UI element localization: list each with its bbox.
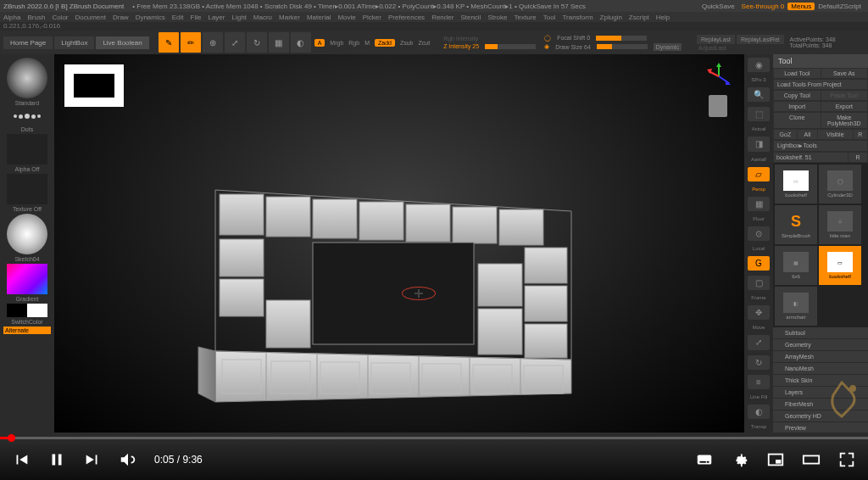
- rgb-button[interactable]: Rgb: [348, 40, 359, 46]
- tool-panel-header[interactable]: Tool: [773, 54, 868, 68]
- gizmo-icon[interactable]: ▦: [269, 32, 289, 53]
- zintensity-label[interactable]: Z Intensity 25: [443, 43, 479, 49]
- swatch-row[interactable]: [7, 304, 47, 317]
- draw-icon[interactable]: ✏: [181, 32, 201, 53]
- local-button[interactable]: ⊙: [748, 226, 770, 241]
- tool-bookshelf2[interactable]: ▭bookshelf: [819, 246, 861, 285]
- pan-button[interactable]: ✥: [748, 305, 770, 320]
- captions-button[interactable]: [695, 450, 714, 469]
- zscript-label[interactable]: DefaultZScript: [818, 3, 861, 10]
- brush-preview[interactable]: [7, 58, 47, 98]
- zintensity-slider[interactable]: [485, 44, 536, 49]
- seethrough-slider[interactable]: See-through 0: [742, 3, 785, 10]
- saveas-button[interactable]: Save As: [821, 69, 868, 78]
- loadproject-button[interactable]: Load Tools From Project: [774, 80, 867, 89]
- theater-button[interactable]: [802, 450, 821, 469]
- menu-file[interactable]: File: [191, 14, 202, 21]
- tab-liveboolean[interactable]: Live Boolean: [96, 36, 148, 49]
- tool-thumbnail[interactable]: [64, 64, 124, 107]
- menu-help[interactable]: Help: [656, 14, 670, 21]
- aahalf-button[interactable]: ◨: [748, 137, 770, 151]
- menu-zscript[interactable]: Zscript: [629, 14, 649, 21]
- menu-macro[interactable]: Macro: [253, 14, 272, 21]
- tool-name[interactable]: bookshelf. 51: [774, 153, 848, 162]
- menu-movie[interactable]: Movie: [337, 14, 355, 21]
- actual-button[interactable]: ⬚: [748, 107, 770, 121]
- menu-zplugin[interactable]: Zplugin: [600, 14, 622, 21]
- persp-button[interactable]: ▱: [748, 167, 770, 181]
- tool-r[interactable]: R: [849, 153, 867, 162]
- fullscreen-button[interactable]: [837, 450, 856, 469]
- tab-lightbox[interactable]: LightBox: [54, 36, 94, 49]
- linefill-button[interactable]: ≡: [748, 375, 770, 389]
- prev-button[interactable]: [12, 450, 31, 469]
- pastetool-button[interactable]: Paste Tool: [821, 91, 868, 100]
- menu-render[interactable]: Render: [431, 14, 453, 21]
- switch-label[interactable]: SwitchColor: [11, 319, 42, 325]
- frame-button[interactable]: ▢: [748, 276, 770, 290]
- tool-cylinder[interactable]: ◯Cylinder3D: [819, 165, 861, 204]
- tool-6x6[interactable]: ▦6x6: [775, 246, 817, 285]
- replayrel-button[interactable]: ReplayLastRel: [737, 35, 784, 44]
- makepoly-button[interactable]: Make PolyMesh3D: [821, 113, 868, 128]
- rotate3d-button[interactable]: ↻: [748, 355, 770, 370]
- texture-slot[interactable]: [7, 174, 47, 204]
- next-button[interactable]: [83, 450, 102, 469]
- goz-r[interactable]: R: [854, 130, 867, 139]
- volume-button[interactable]: [119, 450, 137, 469]
- color-picker[interactable]: [7, 264, 47, 294]
- menu-edit[interactable]: Edit: [172, 14, 184, 21]
- menu-alpha[interactable]: Alpha: [3, 14, 20, 21]
- tool-simplebrush[interactable]: SSimpleBrush: [775, 205, 817, 244]
- copytool-button[interactable]: Copy Tool: [774, 91, 821, 100]
- menu-material[interactable]: Material: [307, 14, 331, 21]
- menu-picker[interactable]: Picker: [363, 14, 381, 21]
- tab-home[interactable]: Home Page: [3, 36, 53, 49]
- spix-button[interactable]: ◉: [748, 58, 770, 72]
- miniplayer-button[interactable]: [766, 450, 785, 469]
- menu-preferences[interactable]: Preferences: [388, 14, 425, 21]
- panel-geometry[interactable]: Geometry: [773, 339, 868, 351]
- menu-texture[interactable]: Texture: [515, 14, 537, 21]
- goz-all[interactable]: All: [798, 130, 817, 139]
- menu-stencil[interactable]: Stencil: [460, 14, 481, 21]
- dynamic-toggle[interactable]: Dynamic: [654, 43, 682, 51]
- goz-button[interactable]: GoZ: [774, 130, 797, 139]
- quicksave-button[interactable]: QuickSave: [702, 3, 735, 10]
- zcut-button[interactable]: Zcut: [419, 40, 431, 46]
- zsub-button[interactable]: Zsub: [400, 40, 414, 46]
- import-button[interactable]: Import: [774, 102, 821, 111]
- tool-littleman[interactable]: ☺little man: [819, 205, 861, 244]
- zoom3d-button[interactable]: ⤢: [748, 335, 770, 349]
- canvas[interactable]: [54, 54, 744, 433]
- alpha-slot[interactable]: [7, 134, 47, 165]
- goz-visible[interactable]: Visible: [818, 130, 853, 139]
- gxyz-button[interactable]: G: [748, 256, 770, 271]
- panel-nanomesh[interactable]: NanoMesh: [773, 363, 868, 375]
- menus-toggle[interactable]: Menus: [787, 3, 815, 10]
- light-widget[interactable]: [709, 95, 727, 117]
- edit-icon[interactable]: ✎: [159, 32, 179, 53]
- transp-button[interactable]: ◐: [748, 405, 770, 419]
- stroke-preview[interactable]: [7, 108, 47, 125]
- rotate-icon[interactable]: ↻: [247, 32, 267, 53]
- zoom-button[interactable]: 🔍: [748, 87, 770, 102]
- drawsize-slider[interactable]: [597, 44, 648, 49]
- alternate-button[interactable]: Alternate: [3, 327, 51, 334]
- floor-button[interactable]: ▦: [748, 197, 770, 211]
- menu-transform[interactable]: Transform: [562, 14, 593, 21]
- drawsize-label[interactable]: Draw Size 64: [555, 44, 591, 50]
- focal-label[interactable]: Focal Shift 0: [557, 35, 590, 41]
- mrgb-button[interactable]: Mrgb: [330, 40, 343, 46]
- menu-draw[interactable]: Draw: [113, 14, 129, 21]
- loadtool-button[interactable]: Load Tool: [774, 69, 821, 78]
- settings-button[interactable]: [731, 450, 749, 469]
- zadd-button[interactable]: Zadd: [375, 39, 395, 47]
- tool-armchair[interactable]: ◧armchair: [775, 287, 817, 326]
- lightbox-tools[interactable]: Lightbox▸Tools: [774, 141, 867, 151]
- scale-icon[interactable]: ⤢: [225, 32, 245, 53]
- menu-color[interactable]: Color: [52, 14, 68, 21]
- menu-layer[interactable]: Layer: [208, 14, 225, 21]
- tool-bookshelf[interactable]: ▭bookshelf: [775, 165, 817, 204]
- menu-document[interactable]: Document: [75, 14, 106, 21]
